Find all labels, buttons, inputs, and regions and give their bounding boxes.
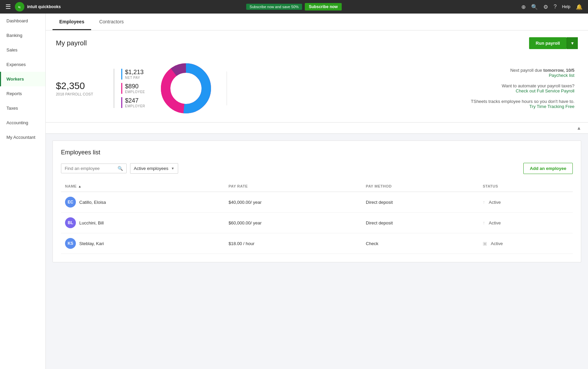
- status-text: Active: [491, 241, 503, 246]
- employer-stat: $247 EMPLOYER: [121, 97, 145, 108]
- app-layout: Dashboard Banking Sales Expenses Workers…: [0, 14, 588, 369]
- payroll-info: Next payroll due tomorrow, 10/5Paycheck …: [227, 68, 578, 109]
- sidebar-item-dashboard[interactable]: Dashboard: [0, 14, 45, 28]
- stats-breakdown: $1,213 NET PAY $890 EMPLOYEE $247 EMPLOY…: [113, 69, 145, 108]
- employees-list-title: Employees list: [61, 149, 573, 156]
- payroll-cost-label: 2018 PAYROLL COST: [56, 92, 110, 96]
- status-text: Active: [489, 220, 501, 225]
- sidebar-item-my-accountant[interactable]: My Accountant: [0, 130, 45, 145]
- add-icon[interactable]: ⊕: [521, 4, 526, 10]
- avatar: BL: [65, 217, 76, 228]
- employee-name-cell: KS Steblay, Kari: [65, 238, 220, 249]
- payroll-header: My payroll Run payroll ▼: [56, 37, 578, 55]
- help-label: Help: [562, 4, 570, 9]
- sort-arrow-icon[interactable]: ▲: [78, 184, 81, 188]
- settings-icon[interactable]: ⚙: [543, 4, 548, 10]
- employees-table: NAME ▲ PAY RATE PAY METHOD STATUS EC Cat…: [61, 181, 573, 254]
- status-icon: ↑: [483, 199, 485, 205]
- status-icon: ▣: [483, 241, 487, 246]
- col-pay-method: PAY METHOD: [362, 181, 479, 192]
- payroll-cost-block: $2,350 2018 PAYROLL COST: [56, 81, 110, 96]
- hamburger-icon[interactable]: ☰: [5, 3, 11, 10]
- subscribe-banner: Subscribe now and save 50% Subscribe now: [246, 3, 342, 10]
- add-employee-button[interactable]: Add an employee: [523, 163, 573, 174]
- pay-method: Direct deposit: [362, 192, 479, 213]
- sidebar-item-sales[interactable]: Sales: [0, 43, 45, 57]
- paycheck-list-link[interactable]: Paycheck list: [549, 73, 574, 78]
- search-icon: 🔍: [118, 166, 123, 171]
- subscribe-button[interactable]: Subscribe now: [305, 3, 342, 10]
- col-pay-rate: PAY RATE: [225, 181, 362, 192]
- table-row[interactable]: EC Catillo, Eloisa $40,000.00/ year Dire…: [61, 192, 573, 213]
- logo-text: intuit quickbooks: [27, 4, 61, 9]
- full-service-link[interactable]: Check out Full Service Payroll: [516, 88, 574, 93]
- search-icon[interactable]: 🔍: [531, 4, 538, 10]
- avatar: KS: [65, 238, 76, 249]
- search-box: 🔍: [61, 164, 127, 173]
- pay-method: Direct deposit: [362, 213, 479, 233]
- logo-icon: iq: [15, 2, 24, 12]
- next-payroll-text: Next payroll due tomorrow, 10/5Paycheck …: [227, 68, 574, 78]
- filter-bar: 🔍 Active employees ▼ Add an employee: [61, 163, 573, 174]
- col-name: NAME ▲: [61, 181, 225, 192]
- status-text: Active: [489, 200, 501, 205]
- col-status: STATUS: [479, 181, 573, 192]
- employee-name: Lucchini, Bill: [79, 220, 104, 225]
- tab-bar: Employees Contractors: [46, 14, 588, 30]
- sidebar-item-workers[interactable]: Workers: [0, 72, 45, 86]
- net-pay-value: $1,213: [125, 69, 145, 76]
- help-icon[interactable]: ?: [553, 4, 556, 10]
- table-row[interactable]: KS Steblay, Kari $18.00 / hour Check ▣ A…: [61, 233, 573, 254]
- avatar: EC: [65, 197, 76, 208]
- sidebar-item-expenses[interactable]: Expenses: [0, 57, 45, 72]
- run-payroll-button[interactable]: Run payroll: [529, 37, 567, 49]
- time-tracking-link[interactable]: Try Time Tracking Free: [529, 104, 574, 109]
- status: ↑ Active: [479, 213, 573, 233]
- employee-stat: $890 EMPLOYEE: [121, 83, 145, 94]
- pay-rate: $18.00 / hour: [225, 233, 362, 254]
- employee-value: $890: [125, 83, 145, 90]
- automate-text: Want to automate your payroll taxes? Che…: [227, 83, 574, 93]
- svg-text:iq: iq: [18, 5, 21, 8]
- chevron-up-icon[interactable]: ▲: [576, 125, 581, 131]
- sidebar-item-reports[interactable]: Reports: [0, 86, 45, 101]
- payroll-title: My payroll: [56, 39, 87, 47]
- sidebar-item-banking[interactable]: Banking: [0, 28, 45, 43]
- sidebar-item-accounting[interactable]: Accounting: [0, 115, 45, 130]
- chevron-down-icon: ▼: [171, 167, 174, 170]
- topnav-right: ⊕ 🔍 ⚙ ? Help 🔔: [521, 4, 583, 10]
- payroll-cost-amount: $2,350: [56, 81, 110, 91]
- pay-method: Check: [362, 233, 479, 254]
- sidebar: Dashboard Banking Sales Expenses Workers…: [0, 14, 46, 369]
- employer-value: $247: [125, 97, 145, 104]
- topnav: ☰ iq intuit quickbooks Subscribe now and…: [0, 0, 588, 14]
- sidebar-item-taxes[interactable]: Taxes: [0, 101, 45, 115]
- employee-name-cell: EC Catillo, Eloisa: [65, 197, 220, 208]
- run-payroll-group: Run payroll ▼: [529, 37, 578, 49]
- tab-contractors[interactable]: Contractors: [92, 14, 130, 30]
- payroll-section: My payroll Run payroll ▼ $2,350 2018 PAY…: [46, 30, 588, 123]
- employee-label: EMPLOYEE: [125, 90, 145, 94]
- notification-icon[interactable]: 🔔: [576, 4, 583, 10]
- status: ↑ Active: [479, 192, 573, 213]
- net-pay-label: NET PAY: [125, 76, 145, 80]
- subscribe-badge: Subscribe now and save 50%: [246, 4, 302, 10]
- filter-label: Active employees: [134, 166, 168, 171]
- employees-section: Employees list 🔍 Active employees ▼ Add …: [52, 140, 581, 262]
- employee-name: Catillo, Eloisa: [79, 200, 106, 205]
- search-input[interactable]: [65, 166, 115, 171]
- collapse-bar: ▲: [46, 123, 588, 134]
- employee-name-cell: BL Lucchini, Bill: [65, 217, 220, 228]
- pay-rate: $60,000.00/ year: [225, 213, 362, 233]
- payroll-stats: $2,350 2018 PAYROLL COST $1,213 NET PAY …: [56, 55, 578, 122]
- donut-chart: [159, 61, 213, 115]
- status: ▣ Active: [479, 233, 573, 254]
- tsheets-text: TSheets tracks employee hours so you don…: [227, 99, 574, 109]
- filter-dropdown[interactable]: Active employees ▼: [130, 163, 178, 174]
- status-icon: ↑: [483, 220, 485, 225]
- net-pay-stat: $1,213 NET PAY: [121, 69, 145, 80]
- table-row[interactable]: BL Lucchini, Bill $60,000.00/ year Direc…: [61, 213, 573, 233]
- tab-employees[interactable]: Employees: [52, 14, 91, 30]
- main-content: Employees Contractors My payroll Run pay…: [46, 14, 588, 369]
- run-payroll-dropdown[interactable]: ▼: [567, 37, 578, 49]
